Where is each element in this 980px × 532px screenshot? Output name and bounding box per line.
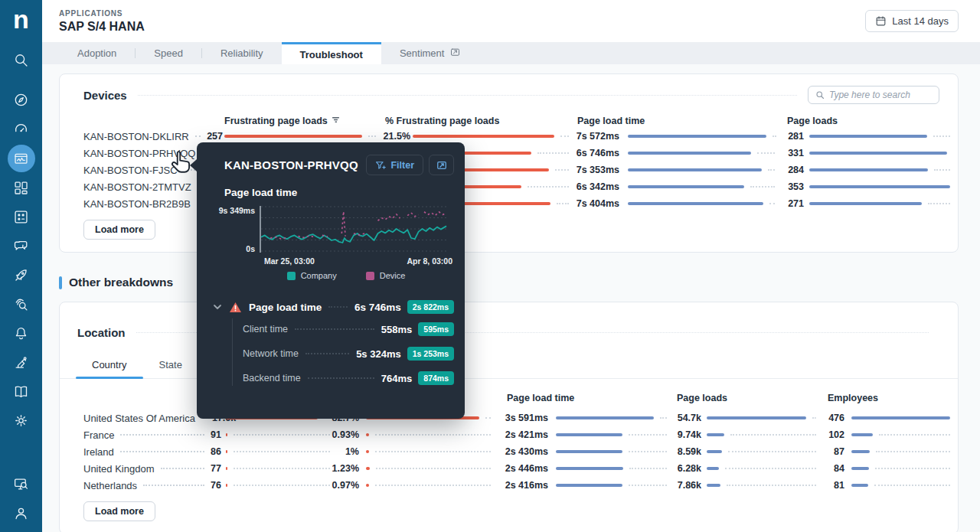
- application-experience-icon[interactable]: [8, 145, 35, 172]
- screen: n APPLICATIONS SAP S/4 HANA Last 14 days…: [0, 0, 980, 532]
- y-max-label: 9s 349ms: [219, 206, 255, 215]
- cell-value: 0.93%: [289, 426, 359, 443]
- open-investigate-button[interactable]: [429, 155, 454, 175]
- value-bar: [809, 168, 928, 171]
- location-row[interactable]: Netherlands760.97%2s 416ms7.86k81: [60, 477, 958, 494]
- device-row[interactable]: KAN-BOSTON-2TMTVZ6s 342ms353: [60, 178, 958, 195]
- location-row[interactable]: France910.93%2s 421ms9.74k102: [60, 426, 958, 443]
- cell-value: 281: [749, 128, 804, 145]
- value-text: 7s 572ms: [577, 131, 619, 142]
- location-row[interactable]: United Kingdom771.23%2s 446ms6.28k84: [60, 460, 958, 477]
- value-bar: [707, 433, 724, 436]
- chevron-down-icon[interactable]: [212, 302, 223, 312]
- dotted-leader: [305, 353, 349, 354]
- trailing-dots: [376, 468, 491, 469]
- row-count-value: 91: [211, 429, 221, 440]
- value-bar: [809, 202, 922, 205]
- tab-sentiment[interactable]: Sentiment: [381, 42, 480, 64]
- tab-reliability[interactable]: Reliability: [202, 42, 282, 64]
- cell-value: 284: [749, 162, 804, 178]
- filter-button[interactable]: Filter: [366, 155, 423, 175]
- metric-sub-value: 558ms: [381, 324, 412, 335]
- account-person-icon[interactable]: [13, 505, 29, 521]
- date-range-button[interactable]: Last 14 days: [865, 10, 959, 32]
- tab-troubleshoot[interactable]: Troubleshoot: [282, 42, 381, 64]
- tab-speed[interactable]: Speed: [136, 42, 201, 64]
- search-icon[interactable]: [13, 52, 29, 68]
- value-text: 284: [788, 165, 804, 175]
- value-text: 21.5%: [384, 131, 410, 142]
- tab-adoption[interactable]: Adoption: [59, 42, 135, 64]
- metric-sub-row: Backend time764ms874ms: [212, 366, 454, 390]
- automation-arm-icon[interactable]: [13, 354, 29, 370]
- name-cell: France91: [83, 426, 221, 443]
- column-header: Page loads: [677, 393, 727, 403]
- metric-main-badge: 2s 822ms: [407, 300, 454, 314]
- device-row[interactable]: KAN-BOSTON-DKLIRR25721.5%7s 572ms281: [60, 128, 958, 145]
- row-count-value: 257: [207, 131, 223, 142]
- alerts-bell-icon[interactable]: [13, 325, 29, 341]
- value-bar: [851, 416, 950, 419]
- value-bar: [556, 484, 622, 487]
- gauge-icon[interactable]: [13, 121, 29, 137]
- value-bar: [851, 450, 870, 453]
- remote-screen-search-icon[interactable]: [13, 476, 29, 492]
- conversations-icon[interactable]: [13, 238, 29, 254]
- bar-track: [851, 410, 950, 426]
- cell-value: 271: [749, 195, 804, 212]
- compass-icon[interactable]: [13, 92, 29, 108]
- chart-x-axis: Mar 25, 03:00 Apr 8, 03:00: [264, 256, 452, 266]
- name-cell: United Kingdom77: [83, 460, 221, 477]
- value-bar: [707, 484, 720, 487]
- bar-track: [809, 145, 950, 162]
- share-flag-icon: [449, 47, 461, 58]
- cell-value: 0.97%: [289, 477, 359, 494]
- tab-label: Adoption: [77, 47, 116, 59]
- row-name: Netherlands: [83, 480, 137, 491]
- row-name: France: [83, 429, 114, 441]
- value-text: 6.28k: [678, 463, 701, 474]
- value-bar: [628, 168, 762, 171]
- location-load-more-button[interactable]: Load more: [83, 501, 155, 521]
- location-row[interactable]: United States Of America17.6k82.7%3s 591…: [60, 410, 958, 426]
- location-title: Location: [77, 326, 126, 339]
- value-bar: [366, 467, 370, 470]
- device-row[interactable]: KAN-BOSTON-BR2B9B7s 404ms271: [60, 195, 958, 212]
- settings-gear-icon[interactable]: [13, 413, 29, 429]
- cell-value: 54.7k: [642, 410, 701, 426]
- rocket-icon[interactable]: [13, 267, 29, 283]
- search-input[interactable]: [829, 90, 932, 100]
- dotted-leader: [161, 468, 205, 469]
- tab-label: Speed: [154, 47, 183, 59]
- value-bar: [707, 467, 719, 470]
- location-tab-country[interactable]: Country: [76, 353, 143, 378]
- library-book-icon[interactable]: [13, 383, 29, 400]
- value-bar: [366, 433, 369, 436]
- chart-legend: CompanyDevice: [252, 271, 440, 280]
- cell-value: 2s 416ms: [488, 477, 548, 494]
- bar-track: [366, 460, 491, 477]
- devices-load-more-button[interactable]: Load more: [83, 220, 155, 240]
- tooltip-arrow: [190, 159, 197, 171]
- value-bar: [851, 484, 868, 487]
- diagnostics-search-icon[interactable]: [13, 296, 29, 312]
- location-row[interactable]: Ireland861%2s 430ms8.59k87: [60, 443, 958, 460]
- location-tab-state[interactable]: State: [143, 353, 198, 378]
- apps-grid-icon[interactable]: [13, 209, 29, 225]
- column-header-label: Frustrating page loads: [224, 116, 328, 126]
- value-bar: [707, 450, 722, 453]
- devices-table-header: Frustrating page loads% Frustrating page…: [60, 116, 958, 128]
- page-title: SAP S/4 HANA: [59, 20, 145, 34]
- dashboards-icon[interactable]: [13, 180, 29, 196]
- cell-value: 9.74k: [642, 426, 701, 443]
- value-bar: [366, 484, 369, 487]
- column-header: Page load time: [577, 116, 645, 126]
- dotted-leader: [120, 434, 204, 436]
- value-bar: [556, 433, 622, 436]
- location-table-header: Page load timePage loadsEmployees: [60, 393, 958, 405]
- nexthink-logo: n: [0, 0, 42, 42]
- sort-filter-icon[interactable]: [332, 116, 340, 126]
- device-tooltip: KAN-BOSTON-PRHVQQ Filter Page load time …: [197, 142, 465, 419]
- trailing-dots: [375, 451, 491, 452]
- dotted-leader: [195, 135, 201, 137]
